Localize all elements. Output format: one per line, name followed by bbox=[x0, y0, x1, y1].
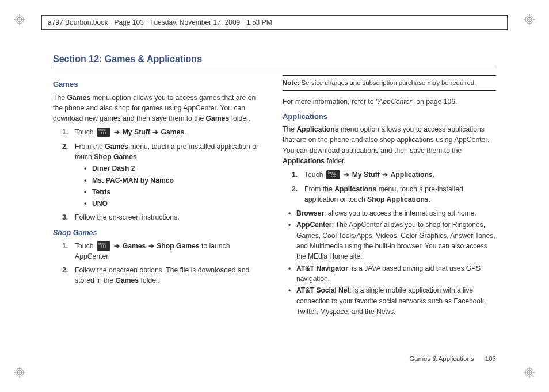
left-column: Games The Games menu option allows you t… bbox=[53, 75, 266, 320]
print-header-date: Tuesday, November 17, 2009 bbox=[150, 18, 241, 26]
columns: Games The Games menu option allows you t… bbox=[53, 75, 496, 320]
more-info: For more information, refer to "AppCente… bbox=[283, 97, 496, 107]
body-area: Section 12: Games & Applications Games T… bbox=[53, 48, 496, 360]
page-root: a797 Bourbon.book Page 103 Tuesday, Nove… bbox=[0, 0, 549, 392]
menu-button-icon bbox=[97, 128, 110, 137]
arrow-icon: ➔ bbox=[113, 242, 120, 250]
menu-button-icon bbox=[97, 241, 110, 251]
preinstalled-games-list: Diner Dash 2 Ms. PAC-MAN by Namco Tetris… bbox=[75, 163, 266, 209]
print-header-page: Page 103 bbox=[114, 18, 143, 26]
arrow-icon: ➔ bbox=[382, 171, 388, 179]
apps-steps: 1. Touch ➔ My Stuff ➔ Applications. 2. F… bbox=[283, 170, 496, 205]
print-header: a797 Bourbon.book Page 103 Tuesday, Nove… bbox=[41, 15, 508, 30]
games-step-1: 1. Touch ➔ My Stuff ➔ Games. bbox=[62, 127, 266, 137]
menu-button-icon bbox=[326, 170, 340, 179]
apps-step-2: 2. From the Applications menu, touch a p… bbox=[292, 184, 496, 205]
apps-intro: The Applications menu option allows you … bbox=[283, 124, 496, 166]
footer-page-number: 103 bbox=[485, 355, 496, 362]
shop-step-2: 2. Follow the onscreen options. The file… bbox=[62, 265, 266, 286]
right-column: Note: Service charges and subscription p… bbox=[283, 75, 496, 320]
applications-list: Browser: allows you to access the intern… bbox=[283, 208, 496, 317]
games-step-3: 3. Follow the on-screen instructions. bbox=[62, 212, 266, 222]
arrow-icon: ➔ bbox=[152, 128, 159, 136]
crop-mark-icon bbox=[524, 367, 535, 378]
print-header-file: a797 Bourbon.book bbox=[48, 18, 108, 26]
arrow-icon: ➔ bbox=[148, 242, 155, 250]
crop-mark-icon bbox=[14, 14, 25, 25]
heading-applications: Applications bbox=[283, 111, 496, 122]
note-box: Note: Service charges and subscription p… bbox=[283, 75, 496, 91]
list-item: Tetris bbox=[86, 187, 266, 197]
apps-step-1: 1. Touch ➔ My Stuff ➔ Applications. bbox=[292, 170, 496, 180]
list-item: AppCenter: The AppCenter allows you to s… bbox=[291, 220, 496, 262]
games-step-2: 2. From the Games menu, touch a pre-inst… bbox=[62, 141, 266, 209]
footer-section: Games & Applications bbox=[409, 355, 474, 362]
shop-step-1: 1. Touch ➔ Games ➔ Shop Games to launch … bbox=[62, 241, 266, 262]
list-item: Diner Dash 2 bbox=[86, 163, 266, 174]
print-header-time: 1:53 PM bbox=[246, 18, 272, 26]
list-item: Ms. PAC-MAN by Namco bbox=[86, 175, 266, 186]
games-intro: The Games menu option allows you to acce… bbox=[53, 93, 266, 124]
list-item: UNO bbox=[86, 198, 266, 209]
shop-games-steps: 1. Touch ➔ Games ➔ Shop Games to launch … bbox=[53, 241, 266, 286]
crop-mark-icon bbox=[524, 14, 535, 25]
heading-games: Games bbox=[53, 79, 266, 90]
arrow-icon: ➔ bbox=[343, 171, 350, 179]
title-rule bbox=[53, 68, 496, 68]
games-steps: 1. Touch ➔ My Stuff ➔ Games. 2. From the… bbox=[53, 127, 266, 222]
crop-mark-icon bbox=[14, 367, 25, 378]
list-item: AT&T Navigator: is a JAVA based driving … bbox=[291, 263, 496, 285]
section-title: Section 12: Games & Applications bbox=[53, 54, 496, 64]
list-item: Browser: allows you to access the intern… bbox=[291, 208, 496, 218]
list-item: AT&T Social Net: is a single mobile appl… bbox=[291, 285, 496, 317]
arrow-icon: ➔ bbox=[113, 128, 120, 136]
heading-shop-games: Shop Games bbox=[53, 228, 266, 239]
page-footer: Games & Applications 103 bbox=[409, 355, 496, 362]
